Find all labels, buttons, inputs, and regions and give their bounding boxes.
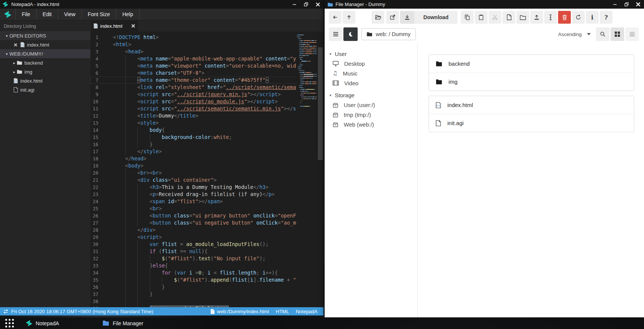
refresh-button[interactable] (572, 11, 585, 24)
tree-item-backend[interactable]: ▸ backend (0, 58, 90, 67)
restore-button[interactable] (621, 0, 632, 9)
dark-mode-button[interactable] (343, 27, 358, 41)
menu-view[interactable]: View (58, 9, 82, 20)
breadcrumb[interactable]: web: / Dummy (361, 28, 416, 40)
up-button[interactable] (343, 11, 355, 24)
editor-scrollbar[interactable] (317, 32, 324, 307)
sidebar-item-tmp-drive[interactable]: tmp (tmp:/) (325, 110, 417, 119)
taskbar-item-file-manager[interactable]: File Manager (99, 317, 147, 329)
file-name: index.html (447, 102, 473, 108)
open-editors-section[interactable]: ▾ OPEN EDITORS (0, 31, 90, 40)
open-button[interactable] (372, 11, 384, 24)
sidebar-item-web-drive[interactable]: Web (web:/) (325, 119, 417, 129)
taskbar-item-notepada[interactable]: NotepadA (22, 317, 63, 329)
restore-button[interactable] (300, 0, 312, 9)
tree-item-init-agi[interactable]: init.agi (0, 85, 90, 94)
tab-index-html[interactable]: index.html (90, 20, 138, 32)
help-button[interactable]: ? (600, 11, 612, 24)
file-icon (211, 309, 215, 314)
code-line: 22 <h3>This is a Dummy Testing Module</h… (90, 184, 324, 191)
chevron-down-icon (587, 33, 591, 35)
new-folder-button[interactable] (516, 11, 529, 24)
search-button[interactable] (596, 27, 609, 41)
sidebar-item-label: Desktop (344, 60, 365, 67)
file-icon (436, 120, 441, 126)
open-editor-item[interactable]: index.html (0, 40, 90, 49)
statusbar-filepath[interactable]: web:/Dummy/index.html (217, 309, 269, 314)
code-line: 4 <meta name="apple-mobile-web-app-capab… (90, 55, 324, 62)
sidebar-item-video[interactable]: Video (325, 78, 417, 88)
statusbar-appname: NotepadA (296, 309, 317, 314)
sync-arrows-icon[interactable] (3, 309, 9, 314)
file-row-backend[interactable]: backend (429, 55, 634, 73)
notepada-titlebar[interactable]: NotepadA - index.html (0, 0, 324, 9)
code-lines: 1<!DOCTYPE html>2<html>3 <head>4 <meta n… (90, 32, 324, 307)
menu-toggle-button[interactable] (329, 27, 342, 41)
menu-font-size[interactable]: Font Size (82, 9, 116, 20)
file-manager-secondary-toolbar: web: / Dummy Ascending (325, 26, 644, 42)
menu-help[interactable]: Help (116, 9, 140, 20)
tab-close-icon[interactable] (131, 24, 135, 28)
notepada-window: NotepadA - index.html File Edit View Fon… (0, 0, 324, 315)
menu-edit[interactable]: Edit (37, 9, 58, 20)
copy-button[interactable] (461, 11, 474, 24)
workspace-section[interactable]: ▾ WEB:/DUMMY/ (0, 49, 90, 58)
list-view-button[interactable] (625, 27, 639, 41)
file-row-init-agi[interactable]: init.agi (429, 114, 634, 132)
code-line: 14 body{ (90, 127, 324, 134)
delete-button[interactable] (558, 11, 571, 24)
sidebar-item-label: Video (344, 80, 358, 86)
sort-order-select[interactable]: Ascending (553, 32, 596, 37)
close-button[interactable] (632, 0, 644, 9)
files-card: index.html init.agi (429, 96, 634, 132)
code-line: 19 <body> (90, 162, 324, 169)
music-icon: ♫ (333, 70, 337, 77)
sidebar-item-music[interactable]: ♫ Music (325, 68, 417, 78)
tree-item-img[interactable]: ▸ img (0, 67, 90, 76)
minimize-button[interactable] (289, 0, 300, 9)
file-icon (14, 87, 18, 92)
code-line: 11 <script src="../script/semantic/seman… (90, 105, 324, 112)
download-label: Download (414, 14, 457, 20)
code-line: 8 <link rel="stylesheet" href="../script… (90, 84, 324, 91)
scrollbar-thumb[interactable] (318, 47, 323, 160)
statusbar-datetime: Fri Oct 16 2020 18:06:17 GMT+0800 (Hong … (11, 309, 153, 314)
code-editor[interactable]: 1<!DOCTYPE html>2<html>3 <head>4 <meta n… (90, 32, 324, 307)
rename-button[interactable] (544, 11, 557, 24)
file-name: backend (448, 60, 470, 67)
back-button[interactable] (329, 11, 342, 24)
code-line: 28 </div> (90, 226, 324, 234)
sidebar-item-user-drive[interactable]: User (user:/) (325, 100, 417, 110)
close-file-icon[interactable] (14, 43, 17, 47)
info-button[interactable]: i (586, 11, 599, 24)
open-external-button[interactable] (386, 11, 399, 24)
app-launcher-button[interactable] (5, 319, 14, 327)
file-manager-titlebar[interactable]: File Manager - Dummy (325, 0, 644, 9)
open-editor-file-label: index.html (27, 42, 49, 48)
statusbar-language[interactable]: HTML (276, 309, 289, 314)
sidebar-section-storage[interactable]: ▾ Storage (325, 90, 417, 100)
breadcrumb-path: web: / Dummy (376, 31, 411, 37)
paste-button[interactable] (475, 11, 488, 24)
file-row-img[interactable]: img (429, 73, 634, 91)
code-line: 36 } (90, 284, 324, 291)
file-row-index-html[interactable]: index.html (429, 96, 634, 114)
code-line: 38 (90, 298, 324, 305)
tree-item-index-html[interactable]: index.html (0, 76, 90, 85)
new-file-button[interactable] (503, 11, 515, 24)
upload-button[interactable] (530, 11, 543, 24)
menu-file[interactable]: File (16, 9, 37, 20)
grid-view-button[interactable] (611, 27, 624, 41)
minimap[interactable] (296, 32, 317, 307)
sidebar-item-desktop[interactable]: Desktop (325, 59, 417, 68)
sidebar-item-label: Music (343, 70, 357, 77)
download-button[interactable]: Download (400, 11, 457, 24)
desktop-icon (333, 60, 339, 66)
minimize-button[interactable] (609, 0, 621, 9)
code-line: 21 <div class="ui container"> (90, 177, 324, 184)
drive-icon (333, 112, 339, 118)
sidebar-section-user[interactable]: ▾ User (325, 49, 417, 59)
notepada-statusbar: Fri Oct 16 2020 18:06:17 GMT+0800 (Hong … (0, 307, 324, 315)
close-button[interactable] (312, 0, 324, 9)
code-line: 24 <span id="flist"></span> (90, 198, 324, 205)
